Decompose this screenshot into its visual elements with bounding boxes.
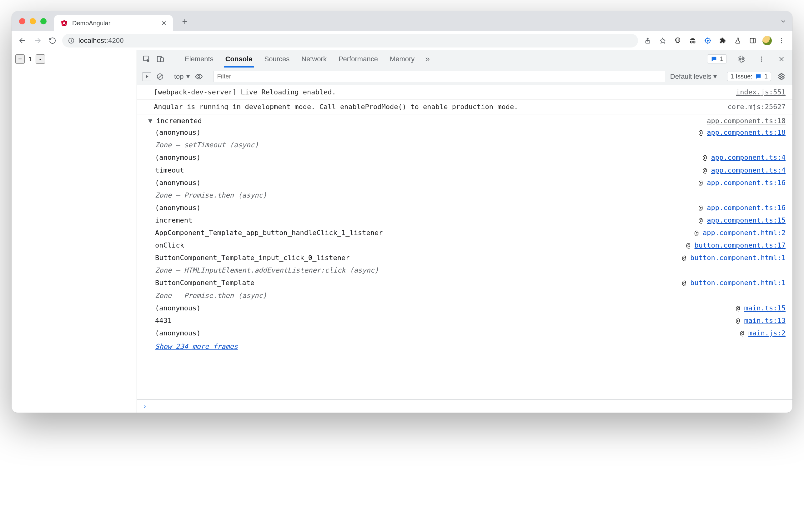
stack-frame: 4431@ main.ts:13 <box>155 315 786 327</box>
tab-elements[interactable]: Elements <box>184 51 215 68</box>
zone-divider: Zone — Promise.then (async) <box>155 189 786 202</box>
tab-title: DemoAngular <box>72 20 157 27</box>
show-more-frames[interactable]: Show 234 more frames <box>155 339 786 353</box>
extensions-button[interactable] <box>717 35 728 46</box>
extension-flask-icon[interactable] <box>732 35 743 46</box>
frame-function: ButtonComponent_Template_input_click_0_l… <box>155 252 350 263</box>
frame-location: @ app.component.ts:15 <box>698 215 786 226</box>
decrement-button[interactable]: - <box>36 54 45 64</box>
side-panel-button[interactable] <box>747 35 758 46</box>
extension-skull-icon[interactable] <box>672 35 683 46</box>
frame-function: increment <box>155 215 192 226</box>
log-source-link[interactable]: index.js:551 <box>730 87 786 97</box>
new-tab-button[interactable]: ＋ <box>177 15 192 27</box>
frame-source-link[interactable]: app.component.ts:4 <box>711 166 786 174</box>
console-filter-input[interactable] <box>213 71 665 82</box>
svg-marker-8 <box>660 38 666 43</box>
address-bar[interactable]: localhost:4200 <box>62 34 638 48</box>
devtools-panel: Elements Console Sources Network Perform… <box>137 50 792 413</box>
tab-performance[interactable]: Performance <box>337 51 379 68</box>
messages-chip[interactable]: 1 <box>707 54 727 63</box>
share-button[interactable] <box>643 35 653 46</box>
reload-button[interactable] <box>47 35 58 46</box>
stack-frame: timeout@ app.component.ts:4 <box>155 164 786 177</box>
disclosure-triangle-icon[interactable]: ▼ <box>148 116 154 126</box>
window-controls <box>17 18 50 24</box>
close-window-button[interactable] <box>19 18 25 24</box>
console-prompt[interactable]: › <box>137 399 792 413</box>
zone-divider: Zone — HTMLInputElement.addEventListener… <box>155 264 786 277</box>
frame-function: (anonymous) <box>155 328 201 339</box>
frame-source-link[interactable]: button.component.ts:17 <box>694 241 786 249</box>
svg-point-29 <box>741 58 742 60</box>
frame-source-link[interactable]: app.component.html:2 <box>703 229 786 236</box>
trace-label: incremented <box>156 116 704 126</box>
issues-label: 1 Issue: <box>730 73 752 80</box>
frame-location: @ main.ts:13 <box>736 316 786 326</box>
trace-header[interactable]: ▼ incremented app.component.ts:18 <box>137 114 792 126</box>
clear-console-button[interactable] <box>156 73 164 80</box>
extension-incognito-icon[interactable] <box>687 35 698 46</box>
frame-function: (anonymous) <box>155 152 201 163</box>
close-tab-button[interactable]: ✕ <box>161 19 167 27</box>
svg-point-16 <box>707 40 709 42</box>
browser-menu-button[interactable] <box>776 35 787 46</box>
profile-avatar[interactable] <box>762 36 772 45</box>
svg-point-10 <box>676 39 677 40</box>
frame-source-link[interactable]: app.component.ts:16 <box>707 204 786 212</box>
frame-source-link[interactable]: main.ts:15 <box>744 304 786 312</box>
live-expression-button[interactable] <box>195 73 203 81</box>
devtools-menu-button[interactable] <box>756 54 767 64</box>
trace-source-link[interactable]: app.component.ts:18 <box>707 116 786 126</box>
frame-location: @ button.component.html:1 <box>682 252 786 263</box>
messages-count: 1 <box>720 55 723 62</box>
browser-tab[interactable]: DemoAngular ✕ <box>54 15 173 31</box>
issues-count: 1 <box>764 73 768 80</box>
back-button[interactable] <box>17 35 28 46</box>
increment-button[interactable]: + <box>15 54 25 64</box>
frame-function: timeout <box>155 165 184 176</box>
devtools-settings-button[interactable] <box>736 54 747 64</box>
svg-point-31 <box>761 58 762 60</box>
context-selector[interactable]: top ▾ <box>174 73 190 81</box>
frame-source-link[interactable]: app.component.ts:4 <box>711 153 786 161</box>
zone-divider: Zone — Promise.then (async) <box>155 289 786 302</box>
issues-chip[interactable]: 1 Issue: 1 <box>727 72 771 81</box>
svg-rect-21 <box>750 38 755 43</box>
tabs-overflow-button[interactable] <box>780 18 787 25</box>
site-info-icon[interactable] <box>68 37 75 44</box>
tabs-more-button[interactable]: » <box>425 54 429 64</box>
log-text: Angular is running in development mode. … <box>154 101 518 112</box>
url-text: localhost:4200 <box>78 37 124 45</box>
devtools-close-button[interactable] <box>776 54 787 64</box>
tab-console[interactable]: Console <box>224 51 254 68</box>
console-toolbar: top ▾ Default levels ▾ 1 Issue: 1 <box>137 68 792 85</box>
tab-network[interactable]: Network <box>300 51 328 68</box>
minimize-window-button[interactable] <box>30 18 36 24</box>
log-levels-selector[interactable]: Default levels ▾ <box>670 73 717 81</box>
svg-point-30 <box>761 56 762 58</box>
inspect-element-button[interactable] <box>142 55 151 63</box>
console-sidebar-toggle[interactable] <box>142 72 151 81</box>
svg-point-32 <box>761 60 762 61</box>
frame-source-link[interactable]: app.component.ts:15 <box>707 216 786 224</box>
bookmark-button[interactable] <box>657 35 668 46</box>
svg-point-13 <box>693 41 695 43</box>
log-source-link[interactable]: core.mjs:25627 <box>722 101 786 112</box>
tab-sources[interactable]: Sources <box>263 51 291 68</box>
angular-favicon-icon <box>60 19 68 27</box>
frame-source-link[interactable]: button.component.html:1 <box>690 279 786 287</box>
tab-memory[interactable]: Memory <box>388 51 416 68</box>
frame-source-link[interactable]: main.js:2 <box>748 329 786 337</box>
frame-location: @ app.component.html:2 <box>694 228 786 238</box>
extension-target-icon[interactable] <box>703 35 713 46</box>
frame-function: ButtonComponent_Template <box>155 278 254 288</box>
device-toolbar-button[interactable] <box>156 55 165 63</box>
frame-source-link[interactable]: main.ts:13 <box>744 317 786 324</box>
console-settings-button[interactable] <box>776 71 787 82</box>
maximize-window-button[interactable] <box>40 18 46 24</box>
forward-button[interactable] <box>32 35 43 46</box>
frame-source-link[interactable]: button.component.html:1 <box>690 254 786 262</box>
frame-source-link[interactable]: app.component.ts:18 <box>707 129 786 136</box>
frame-source-link[interactable]: app.component.ts:16 <box>707 179 786 187</box>
